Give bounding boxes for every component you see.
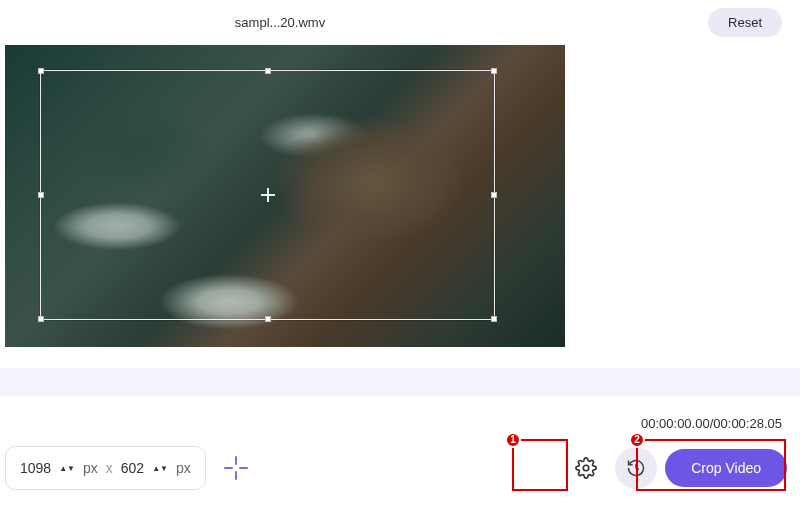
annotation-badge-1: 1 [505, 432, 521, 448]
crop-handle-middle-right[interactable] [491, 192, 497, 198]
crop-center-icon [261, 188, 275, 202]
gear-icon [575, 457, 597, 479]
crop-rectangle[interactable] [40, 70, 495, 320]
aspect-ratio-icon [223, 455, 249, 481]
dimension-separator: x [106, 460, 113, 476]
crop-handle-bottom-middle[interactable] [265, 316, 271, 322]
crop-handle-top-left[interactable] [38, 68, 44, 74]
aspect-ratio-button[interactable] [216, 448, 256, 488]
time-total: 00:00:28.05 [713, 416, 782, 431]
crop-handle-bottom-left[interactable] [38, 316, 44, 322]
dimension-input-group: 1098 ▲▼ px x 602 ▲▼ px [5, 446, 206, 490]
time-current: 00:00:00.00 [641, 416, 710, 431]
video-preview[interactable] [5, 45, 565, 347]
history-icon [626, 458, 646, 478]
settings-button[interactable] [565, 447, 607, 489]
right-toolbar: Crop Video [565, 447, 795, 489]
width-unit: px [83, 460, 98, 476]
annotation-badge-2: 2 [629, 432, 645, 448]
history-button[interactable] [615, 447, 657, 489]
bottom-bar: 1098 ▲▼ px x 602 ▲▼ px Crop [5, 440, 795, 496]
time-display: 00:00:00.00/00:00:28.05 [641, 416, 782, 431]
height-input[interactable]: 602 [121, 460, 144, 476]
filename: sampl...20.wmv [235, 15, 325, 30]
svg-point-4 [583, 465, 589, 471]
reset-button[interactable]: Reset [708, 8, 782, 37]
crop-handle-middle-left[interactable] [38, 192, 44, 198]
crop-video-button[interactable]: Crop Video [665, 449, 787, 487]
crop-handle-bottom-right[interactable] [491, 316, 497, 322]
width-input[interactable]: 1098 [20, 460, 51, 476]
top-bar: sampl...20.wmv Reset [0, 0, 800, 45]
width-stepper[interactable]: ▲▼ [59, 466, 75, 471]
height-unit: px [176, 460, 191, 476]
crop-handle-top-right[interactable] [491, 68, 497, 74]
crop-handle-top-middle[interactable] [265, 68, 271, 74]
height-stepper[interactable]: ▲▼ [152, 466, 168, 471]
divider-strip [0, 368, 800, 396]
